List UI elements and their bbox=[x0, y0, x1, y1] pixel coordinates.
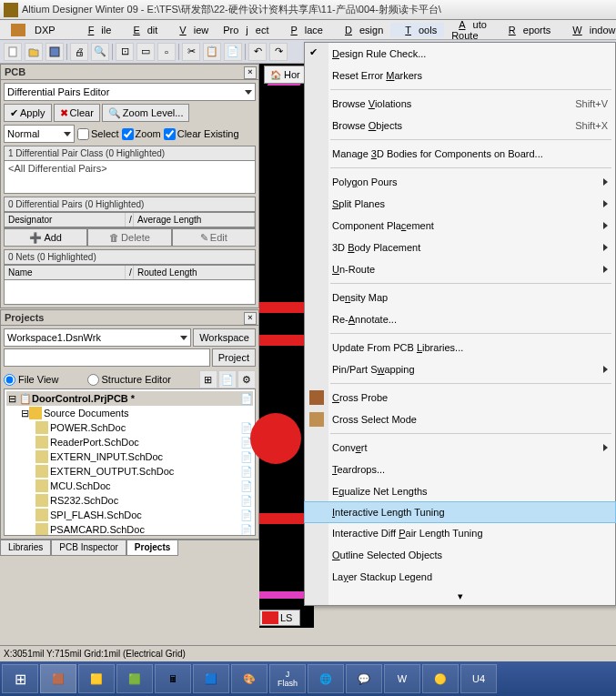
task-chrome[interactable]: 🌐 bbox=[308, 664, 344, 693]
tree-srcdocs[interactable]: ⊟ Source Documents bbox=[6, 406, 253, 420]
redo-button[interactable]: ↷ bbox=[269, 43, 288, 61]
menu-update-pcb[interactable]: Update From PCB Libraries... bbox=[305, 337, 615, 358]
start-button[interactable]: ⊞ bbox=[2, 664, 38, 693]
project-menu[interactable]: Project bbox=[216, 23, 276, 37]
menu-pinswap[interactable]: Pin/Part Swapping bbox=[305, 358, 615, 380]
pcb-close-icon[interactable]: × bbox=[244, 66, 257, 79]
libraries-tab[interactable]: Libraries bbox=[0, 540, 51, 556]
zoom-level-button[interactable]: 🔍 Zoom Level... bbox=[102, 104, 190, 122]
menu-interactive-length[interactable]: Interactive Length Tuning bbox=[304, 501, 616, 523]
print-button[interactable]: 🖨 bbox=[70, 43, 88, 61]
tree-file[interactable]: ReaderPort.SchDoc📄 bbox=[6, 435, 253, 449]
menu-diff-pair-length[interactable]: Interactive Diff Pair Length Tuning bbox=[305, 522, 615, 544]
zoom-checkbox[interactable]: Zoom bbox=[122, 128, 161, 140]
design-menu[interactable]: Design bbox=[330, 23, 390, 37]
menu-unroute[interactable]: Un-Route bbox=[305, 258, 615, 280]
task-app12[interactable]: U4 bbox=[460, 664, 497, 693]
tree-file[interactable]: EXTERN_INPUT.SchDoc📄 bbox=[6, 449, 253, 464]
ls-button[interactable]: LS bbox=[259, 610, 300, 626]
menu-browse-objects[interactable]: Browse ObjectsShift+X bbox=[305, 115, 615, 136]
proj-settings-icon[interactable]: ⚙ bbox=[237, 370, 256, 388]
menu-split[interactable]: Split Planes bbox=[305, 193, 615, 215]
select-checkbox[interactable]: Select bbox=[77, 128, 119, 140]
projects-close-icon[interactable]: × bbox=[244, 312, 257, 325]
task-app3[interactable]: 🟩 bbox=[116, 664, 153, 693]
task-altium[interactable]: 🟫 bbox=[40, 664, 76, 693]
home-tab[interactable]: 🏠 Hor bbox=[264, 66, 307, 84]
editor-combo[interactable]: Differential Pairs Editor bbox=[4, 83, 256, 101]
project-tree[interactable]: ⊟ 📋 DoorControl.PrjPCB *📄 ⊟ Source Docum… bbox=[4, 388, 256, 536]
task-jflash[interactable]: JFlash bbox=[269, 664, 306, 693]
view-menu[interactable]: View bbox=[165, 23, 216, 37]
apply-button[interactable]: ✔ Apply bbox=[4, 104, 52, 122]
menu-equalize[interactable]: Equalize Net Lengths bbox=[305, 480, 615, 502]
place-menu[interactable]: Place bbox=[276, 23, 330, 37]
new-button[interactable] bbox=[4, 43, 22, 61]
avglen-col[interactable]: Average Length bbox=[134, 213, 255, 227]
task-paint[interactable]: 🎨 bbox=[231, 664, 268, 693]
task-app11[interactable]: 🟡 bbox=[422, 664, 459, 693]
class-list[interactable]: <All Differential Pairs> bbox=[4, 161, 256, 194]
open-button[interactable] bbox=[25, 43, 43, 61]
autoroute-menu[interactable]: Auto Route bbox=[444, 17, 494, 43]
tree-file[interactable]: POWER.SchDoc📄 bbox=[6, 420, 253, 435]
file-menu[interactable]: File bbox=[74, 23, 119, 37]
edit-button[interactable]: ✎ Edit bbox=[172, 228, 256, 247]
menu-layer-stackup[interactable]: Layer Stackup Legend bbox=[305, 566, 615, 588]
add-button[interactable]: ➕ Add bbox=[4, 228, 87, 247]
undo-button[interactable]: ↶ bbox=[248, 43, 267, 61]
proj-btn1[interactable]: ⊞ bbox=[199, 370, 217, 388]
menu-reset-markers[interactable]: Reset Error Markers bbox=[305, 65, 615, 86]
clear-existing-checkbox[interactable]: Clear Existing bbox=[164, 128, 239, 140]
edit-menu[interactable]: Edit bbox=[118, 23, 165, 37]
menu-cross-select[interactable]: Cross Select Mode bbox=[305, 409, 615, 430]
menu-reannotate[interactable]: Re-Annotate... bbox=[305, 308, 615, 330]
clear-button[interactable]: ✖ Clear bbox=[54, 104, 100, 122]
window-menu[interactable]: Window bbox=[558, 23, 616, 37]
zoom-region-button[interactable]: ▭ bbox=[136, 43, 155, 61]
menu-outline[interactable]: Outline Selected Objects bbox=[305, 544, 615, 566]
task-app2[interactable]: 🟨 bbox=[78, 664, 115, 693]
normal-combo[interactable]: Normal bbox=[4, 125, 75, 143]
menu-cross-probe[interactable]: Cross Probe bbox=[305, 387, 615, 409]
tree-root[interactable]: ⊟ 📋 DoorControl.PrjPCB *📄 bbox=[6, 391, 253, 406]
menu-convert[interactable]: Convert bbox=[305, 437, 615, 459]
delete-button[interactable]: 🗑 Delete bbox=[87, 228, 171, 247]
menu-density[interactable]: Density Map bbox=[305, 287, 615, 308]
copy-button[interactable]: 📋 bbox=[203, 43, 221, 61]
menu-drc[interactable]: ✔Design Rule Check... bbox=[305, 43, 615, 65]
project-combo[interactable] bbox=[4, 348, 210, 367]
task-app5[interactable]: 🟦 bbox=[193, 664, 229, 693]
menu-manage-3d[interactable]: Manage 3D Bodies for Components on Board… bbox=[305, 143, 615, 165]
pcb-inspector-tab[interactable]: PCB Inspector bbox=[51, 540, 126, 556]
menu-browse-violations[interactable]: Browse ViolationsShift+V bbox=[305, 93, 615, 115]
save-button[interactable] bbox=[45, 43, 64, 61]
menu-3d-body[interactable]: 3D Body Placement bbox=[305, 237, 615, 258]
tree-file[interactable]: EXTERN_OUTPUT.SchDoc📄 bbox=[6, 464, 253, 479]
dxp-menu[interactable]: DXP bbox=[4, 21, 70, 39]
task-calc[interactable]: 🖩 bbox=[155, 664, 191, 693]
workspace-combo[interactable]: Workspace1.DsnWrk bbox=[4, 328, 191, 347]
preview-button[interactable]: 🔍 bbox=[91, 43, 109, 61]
projects-tab[interactable]: Projects bbox=[126, 540, 178, 556]
structure-radio[interactable]: Structure Editor bbox=[87, 374, 171, 386]
zoom-fit-button[interactable]: ⊡ bbox=[116, 43, 134, 61]
name-col[interactable]: Name bbox=[5, 266, 126, 279]
designator-col[interactable]: Designator bbox=[5, 213, 126, 227]
menu-component[interactable]: Component Placement bbox=[305, 215, 615, 237]
menu-polygon[interactable]: Polygon Pours bbox=[305, 171, 615, 193]
project-button[interactable]: Project bbox=[212, 348, 256, 367]
paste-button[interactable]: 📄 bbox=[224, 43, 242, 61]
proj-btn2[interactable]: 📄 bbox=[218, 370, 237, 388]
workspace-button[interactable]: Workspace bbox=[193, 328, 256, 347]
tree-file[interactable]: PSAMCARD.SchDoc📄 bbox=[6, 522, 253, 536]
routed-col[interactable]: Routed Length bbox=[134, 266, 255, 279]
tools-menu[interactable]: Tools bbox=[390, 23, 444, 37]
file-view-radio[interactable]: File View bbox=[4, 374, 58, 386]
tree-file[interactable]: SPI_FLASH.SchDoc📄 bbox=[6, 508, 253, 522]
task-word[interactable]: W bbox=[384, 664, 420, 693]
menu-more-icon[interactable]: ▾ bbox=[305, 588, 615, 605]
reports-menu[interactable]: Reports bbox=[494, 23, 559, 37]
menu-teardrops[interactable]: Teardrops... bbox=[305, 459, 615, 480]
zoom-select-button[interactable]: ▫ bbox=[157, 43, 176, 61]
